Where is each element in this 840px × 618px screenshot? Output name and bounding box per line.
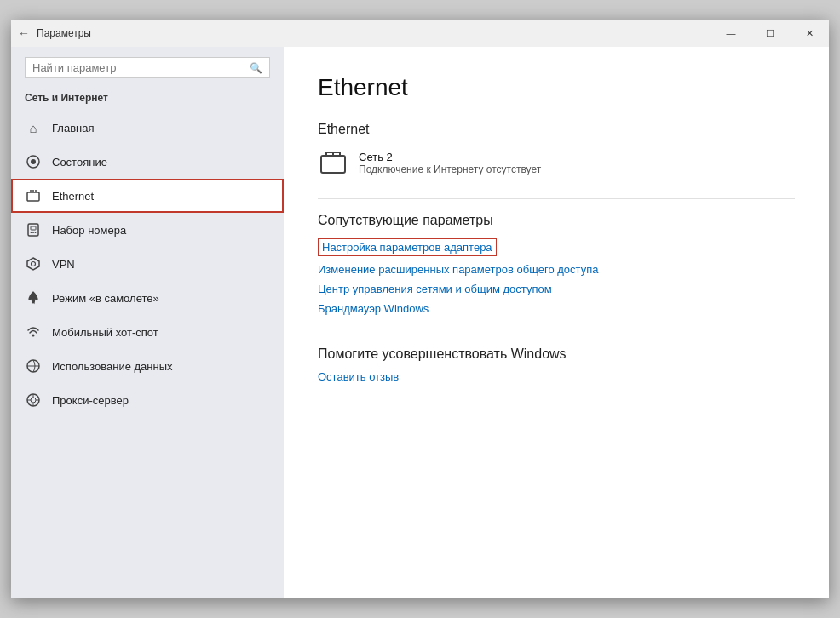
sidebar-label-vpn: VPN [52,258,75,271]
network-name: Сеть 2 [359,151,541,163]
search-box[interactable]: 🔍 [25,57,270,78]
sidebar-label-home: Главная [52,122,94,134]
window-title: Параметры [37,27,91,39]
svg-point-15 [31,398,36,403]
title-bar-left: ← Параметры [18,26,91,40]
dialup-icon [25,221,42,238]
svg-rect-2 [27,192,39,201]
sidebar-label-hotspot: Мобильный хот-спот [52,326,158,339]
vpn-icon [25,255,42,272]
svg-point-9 [32,232,34,233]
svg-point-1 [31,159,36,164]
sidebar-label-data: Использование данных [52,360,173,373]
divider2 [318,329,795,329]
sidebar-label-dialup: Набор номера [52,224,126,237]
settings-window: ← Параметры — ☐ ✕ 🔍 Сеть и Интернет ⌂ Гл… [11,20,829,598]
svg-rect-20 [321,156,345,173]
svg-point-12 [32,335,35,337]
adapter-settings-link[interactable]: Настройка параметров адаптера [318,238,497,256]
maximize-button[interactable]: ☐ [751,20,790,47]
network-icon [318,147,348,178]
network-center-link[interactable]: Центр управления сетями и общим доступом [318,283,795,295]
sidebar-item-data[interactable]: Использование данных [11,349,284,383]
search-icon: 🔍 [250,62,262,74]
page-title: Ethernet [318,74,795,101]
svg-point-11 [32,262,36,266]
airplane-icon [25,289,42,306]
sidebar-item-airplane[interactable]: Режим «в самолете» [11,281,284,315]
main-content: Ethernet Ethernet Сеть 2 Подключение к И… [284,47,829,598]
svg-point-8 [31,232,32,233]
network-info: Сеть 2 Подключение к Интернету отсутству… [359,151,541,175]
home-icon: ⌂ [25,119,42,136]
sidebar-item-hotspot[interactable]: Мобильный хот-спот [11,315,284,349]
back-button[interactable]: ← [18,26,30,40]
content-area: 🔍 Сеть и Интернет ⌂ Главная Состояние [11,47,829,598]
network-status: Подключение к Интернету отсутствует [359,163,541,175]
sidebar-section-title: Сеть и Интернет [11,89,284,111]
search-input[interactable] [32,61,245,74]
sidebar-item-proxy[interactable]: Прокси-сервер [11,383,284,417]
sidebar-item-status[interactable]: Состояние [11,145,284,179]
title-bar: ← Параметры — ☐ ✕ [11,20,829,47]
sidebar-label-airplane: Режим «в самолете» [52,292,159,305]
feedback-link[interactable]: Оставить отзыв [318,370,795,383]
data-icon [25,358,42,375]
ethernet-section-heading: Ethernet [318,122,795,137]
sidebar-label-ethernet: Ethernet [52,190,94,203]
divider [318,198,795,199]
network-item: Сеть 2 Подключение к Интернету отсутству… [318,147,795,178]
firewall-link[interactable]: Брандмауэр Windows [318,302,795,315]
sidebar: 🔍 Сеть и Интернет ⌂ Главная Состояние [11,47,284,598]
sidebar-item-vpn[interactable]: VPN [11,247,284,281]
hotspot-icon [25,323,42,340]
close-button[interactable]: ✕ [790,20,829,47]
improve-section-title: Помогите усовершенствовать Windows [318,346,795,362]
sidebar-label-status: Состояние [52,156,107,169]
sidebar-label-proxy: Прокси-сервер [52,394,129,407]
ethernet-icon [25,187,42,204]
proxy-icon [25,392,42,409]
related-section-title: Сопутствующие параметры [318,213,795,228]
sidebar-item-home[interactable]: ⌂ Главная [11,111,284,145]
minimize-button[interactable]: — [711,20,751,47]
svg-point-10 [35,232,37,233]
sharing-settings-link[interactable]: Изменение расширенных параметров общего … [318,263,795,276]
status-icon [25,153,42,170]
title-bar-controls: — ☐ ✕ [711,20,829,47]
sidebar-item-dialup[interactable]: Набор номера [11,213,284,247]
svg-rect-7 [31,226,36,230]
sidebar-item-ethernet[interactable]: Ethernet [11,179,284,213]
